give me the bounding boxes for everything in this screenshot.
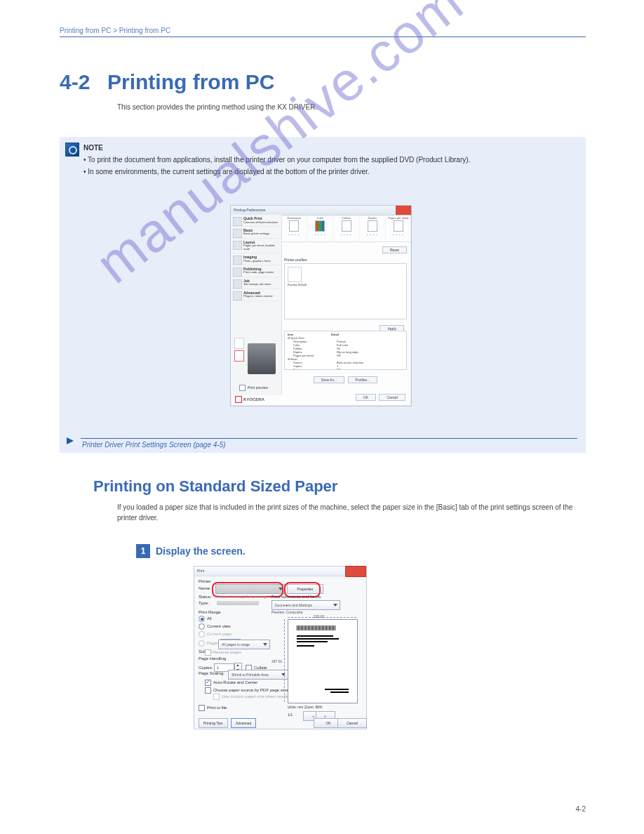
status-value: Printer is ready for printing	[217, 595, 266, 599]
tab-orientation[interactable]: Orientation• • • •	[281, 215, 307, 241]
check-choose-paper[interactable]: Choose paper source by PDF page size	[205, 687, 288, 694]
tab-icon	[233, 279, 242, 289]
tab-collate[interactable]: Collate• • • •	[333, 215, 359, 241]
printer-image	[248, 343, 276, 374]
brand-label: KYOCERA	[235, 396, 264, 403]
copies-label: Copies:	[199, 666, 213, 670]
sidebar-item-basic[interactable]: BasicBasic printer settings	[231, 227, 281, 239]
note-line-1: To print the document from applications,…	[88, 156, 470, 164]
close-icon[interactable]	[345, 566, 366, 577]
section-title: Printing from PC	[107, 70, 274, 94]
thumb-column	[234, 338, 244, 363]
preview-box	[288, 619, 358, 703]
preview-height: 297.01	[271, 659, 282, 663]
tab-icon	[233, 256, 242, 265]
printer-group-label: Printer	[199, 579, 211, 583]
comments-label: Print comments and forms:	[271, 595, 322, 599]
sidebar-item-layout[interactable]: LayoutPages per sheet, booklet, scale	[231, 239, 281, 253]
profiles-label: Printer profiles:	[284, 258, 308, 262]
page-number: 4-2	[576, 805, 586, 813]
subsection-title: Printing on Standard Sized Paper	[93, 477, 337, 496]
tab-icon	[233, 217, 242, 226]
reset-button[interactable]: Reset	[382, 246, 407, 253]
note-heading: NOTE	[83, 143, 572, 153]
running-header-left: Printing from PC > Printing from PC	[60, 27, 170, 34]
subset-select[interactable]: All pages in range	[218, 640, 270, 649]
profile-thumb[interactable]	[288, 267, 302, 282]
note-line-2: In some environments, the current settin…	[88, 168, 369, 176]
reference-rule	[81, 438, 577, 439]
print-preview-check[interactable]: Print preview	[239, 385, 268, 391]
quickprint-tabs: Orientation• • • • Color• • • • Collate•…	[281, 215, 411, 242]
radio-all[interactable]: All	[199, 616, 276, 622]
type-value	[217, 601, 259, 605]
handling-heading: Page Handling	[199, 656, 226, 661]
type-label: Type:	[199, 601, 209, 605]
name-label: Name:	[199, 586, 211, 590]
profiles-button[interactable]: Profiles...	[348, 376, 378, 383]
page-thumb[interactable]	[234, 338, 244, 349]
scaling-label: Page Scaling:	[199, 671, 224, 675]
screenshot-print-dialog: Print Printer Name: Properties Status: P…	[194, 566, 367, 729]
tab-icon	[233, 291, 242, 300]
dialog-title: Printing Preferences	[231, 206, 411, 216]
sidebar-item-quickprint[interactable]: Quick PrintCommon defined selections	[231, 215, 281, 227]
close-icon[interactable]	[396, 206, 411, 215]
preview-barcode	[297, 626, 335, 630]
profile-name: Factory Default	[288, 283, 307, 286]
printing-tips-button[interactable]: Printing Tips	[199, 718, 228, 728]
subsection-paragraph: If you loaded a paper size that is inclu…	[117, 502, 574, 523]
check-autorotate[interactable]: Auto-Rotate and Center	[205, 680, 257, 686]
status-label: Status:	[199, 595, 212, 599]
zoom-label: Units: mm Zoom: 96%	[288, 705, 322, 709]
tab-duplex[interactable]: Duplex• • • •	[360, 215, 386, 241]
profiles-list[interactable]: Factory Default	[284, 263, 407, 319]
section-number: 4-2	[60, 70, 90, 94]
tab-color[interactable]: Color• • • •	[307, 215, 333, 241]
page-thumb[interactable]	[234, 350, 244, 362]
tab-icon	[233, 229, 242, 238]
cancel-button[interactable]: Cancel	[337, 718, 367, 728]
advanced-button[interactable]: Advanced	[231, 718, 256, 728]
dialog-title: Print	[194, 567, 366, 576]
note-body: NOTE • To print the document from applic…	[83, 143, 572, 177]
comments-select[interactable]: Document and Markups	[271, 600, 340, 610]
sidebar-item-advanced[interactable]: AdvancedPlug-ins, status monitor	[231, 289, 281, 301]
step-number: 1	[136, 544, 150, 558]
settings-summary: ItemDetail ⊟ Quick Print OrientationPort…	[284, 331, 407, 381]
saveas-button[interactable]: Save As...	[314, 376, 345, 383]
brand-icon	[235, 396, 242, 403]
note-box: NOTE • To print the document from applic…	[60, 137, 586, 453]
sidebar-item-imaging[interactable]: ImagingPhoto, graphics, fonts	[231, 253, 281, 265]
pages-indicator: 1/1	[288, 713, 293, 717]
arrow-icon	[67, 437, 74, 444]
intro-paragraph: This section provides the printing metho…	[117, 102, 574, 112]
sidebar-item-publishing[interactable]: PublishingPrint mode, page inserts	[231, 265, 281, 277]
preview-label: Preview: Composite	[271, 610, 302, 614]
preview-width: 210.02	[314, 614, 324, 618]
tab-icon	[233, 241, 242, 250]
ok-button[interactable]: OK	[356, 394, 376, 401]
screenshot-printing-preferences: Printing Preferences Quick PrintCommon d…	[230, 205, 412, 406]
radio-current-view[interactable]: Current view	[199, 623, 276, 630]
running-header: Printing from PC > Printing from PC	[60, 27, 586, 37]
tab-icon	[233, 267, 242, 277]
check-custom-size: Use custom paper size when needed	[213, 694, 291, 700]
scaling-select[interactable]: Shrink to Printable Area	[228, 670, 288, 680]
range-heading: Print Range	[199, 610, 276, 614]
step-title: Display the screen.	[156, 545, 246, 557]
note-icon	[65, 143, 79, 157]
check-reverse: Reverse pages	[205, 649, 241, 656]
tab-pps[interactable]: Pages per sheet• • • •	[386, 215, 411, 241]
reference-link[interactable]: Printer Driver Print Settings Screen (pa…	[82, 441, 226, 449]
sidebar-item-job[interactable]: JobJob storage, job name	[231, 277, 281, 289]
cancel-button[interactable]: Cancel	[379, 394, 405, 401]
check-print-to-file[interactable]: Print to file	[199, 705, 227, 711]
radio-current-page: Current page	[199, 631, 276, 637]
